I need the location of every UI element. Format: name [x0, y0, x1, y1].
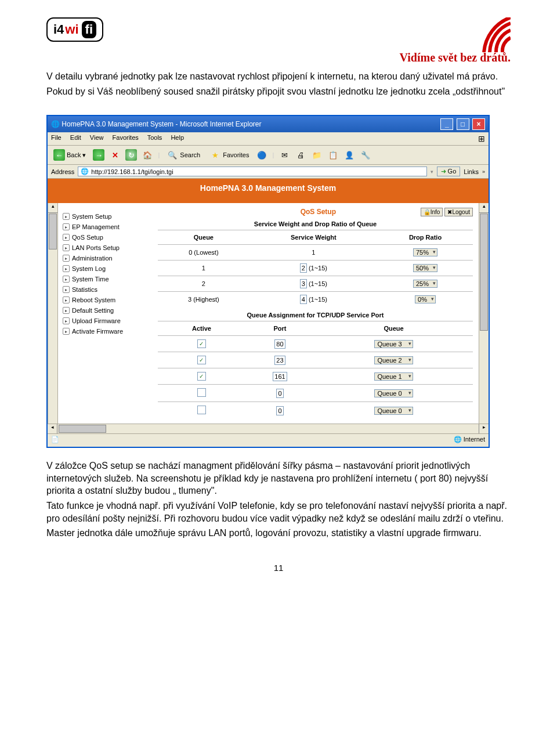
logout-button[interactable]: ✖Logout [444, 208, 473, 216]
sidebar-item-reboot[interactable]: ▸Reboot System [62, 295, 149, 305]
sidebar-item-system-time[interactable]: ▸System Time [62, 274, 149, 284]
menu-tools[interactable]: Tools [147, 134, 162, 141]
maximize-button[interactable]: □ [457, 118, 469, 130]
port-input[interactable]: 0 [276, 389, 283, 398]
favorites-button[interactable]: ★ Favorites [207, 148, 251, 162]
queue-weight-table: Queue Service Weight Drop Ratio 0 (Lowes… [158, 230, 473, 307]
drop-select[interactable]: 0% [415, 295, 436, 303]
active-checkbox[interactable] [197, 388, 206, 397]
col-drop: Drop Ratio [378, 230, 473, 245]
search-icon: 🔍 [167, 149, 178, 161]
qos-setup-title: QoS Setup [243, 208, 336, 216]
queue-assign-table: Active Port Queue ✓ 80 Queue 3 ✓ 23 Queu… [158, 321, 473, 419]
port-input[interactable]: 23 [274, 356, 285, 365]
logo-fi: fi [82, 21, 96, 38]
tools-icon[interactable]: 🔧 [360, 149, 371, 161]
menubar: File Edit View Favorites Tools Help ⊞ [48, 132, 489, 146]
sidebar-item-qos-setup[interactable]: ▸QoS Setup [62, 232, 149, 243]
weight-input[interactable]: 2 [300, 263, 307, 273]
port-input[interactable]: 0 [276, 406, 283, 415]
weight-input[interactable]: 3 [300, 279, 307, 288]
notes-icon[interactable]: 📋 [327, 149, 339, 161]
back-button[interactable]: ← Back ▾ [51, 148, 88, 162]
sidebar-item-statistics[interactable]: ▸Statistics [62, 284, 149, 295]
queue-select[interactable]: Queue 0 [374, 389, 413, 397]
drop-select[interactable]: 25% [413, 280, 437, 288]
back-icon: ← [53, 149, 65, 161]
menu-view[interactable]: View [90, 134, 104, 141]
queue-select[interactable]: Queue 2 [374, 356, 413, 364]
address-label: Address [51, 168, 74, 175]
go-button[interactable]: ➜ Go [437, 167, 461, 176]
internet-zone-icon: 🌐 [454, 436, 462, 443]
close-button[interactable]: × [472, 118, 485, 130]
sidebar-item-lan-ports[interactable]: ▸LAN Ports Setup [62, 243, 149, 253]
intro-paragraph-1: V detailu vybrané jednotky pak lze nasta… [46, 70, 511, 83]
content-area: ▴ ▸System Setup ▸EP Management ▸QoS Setu… [48, 203, 489, 424]
sidebar-item-default[interactable]: ▸Default Setting [62, 305, 149, 316]
status-internet: Internet [464, 436, 485, 443]
url-input[interactable]: 🌐 http://192.168.1.1/tgi/login.tgi [78, 167, 426, 176]
active-checkbox[interactable]: ✓ [197, 356, 206, 364]
intro-paragraph-2: Pokud by si Váš neoblíbený soused snažil… [46, 85, 511, 98]
active-checkbox[interactable]: ✓ [197, 339, 206, 348]
home-button[interactable]: 🏠 [142, 149, 153, 161]
queue-select[interactable]: Queue 3 [374, 340, 413, 348]
queue-select[interactable]: Queue 0 [374, 407, 413, 415]
queue-select[interactable]: Queue 1 [374, 372, 413, 381]
toolbar: ← Back ▾ → ✕ ↻ 🏠 | 🔍 Search ★ Favorites … [48, 146, 489, 165]
mail-button[interactable]: ✉ [278, 149, 290, 161]
orange-divider [48, 197, 489, 203]
print-button[interactable]: 🖨 [295, 149, 306, 161]
info-button[interactable]: 🔒Info [421, 208, 443, 216]
menu-edit[interactable]: Edit [70, 134, 81, 141]
expand-icon: ▸ [63, 244, 70, 251]
expand-icon: ▸ [63, 286, 70, 293]
folder-icon[interactable]: 📁 [311, 149, 323, 161]
drop-select[interactable]: 50% [413, 264, 437, 272]
logo-wi: wi [65, 22, 78, 37]
expand-icon: ▸ [63, 234, 70, 241]
active-checkbox[interactable] [197, 406, 206, 414]
expand-icon: ▸ [63, 223, 70, 230]
media-button[interactable]: 🔵 [256, 149, 267, 161]
expand-icon: ▸ [63, 213, 70, 220]
sidebar-item-administration[interactable]: ▸Administration [62, 253, 149, 263]
weight-input[interactable]: 4 [300, 295, 307, 304]
port-input[interactable]: 161 [273, 372, 287, 381]
statusbar: 📄 🌐 Internet [48, 433, 489, 447]
active-checkbox[interactable]: ✓ [197, 372, 206, 381]
table-row: 3 (Highest) 4 (1~15) 0% [158, 292, 473, 308]
col-queue: Queue [314, 321, 473, 336]
stop-button[interactable]: ✕ [109, 149, 121, 161]
menu-favorites[interactable]: Favorites [113, 134, 139, 141]
search-button[interactable]: 🔍 Search [164, 148, 202, 162]
menu-file[interactable]: File [51, 134, 62, 141]
sidebar-scrollbar[interactable]: ▴ [48, 203, 58, 424]
expand-icon: ▸ [63, 255, 70, 262]
horizontal-scrollbar[interactable]: ◂ ▸ [48, 424, 489, 433]
forward-button[interactable]: → [93, 149, 104, 161]
links-label[interactable]: Links [464, 168, 479, 175]
menu-help[interactable]: Help [171, 134, 184, 141]
port-input[interactable]: 80 [274, 339, 285, 349]
expand-icon: ▸ [63, 317, 70, 324]
col-port: Port [245, 321, 314, 336]
refresh-button[interactable]: ↻ [125, 149, 137, 161]
main-scrollbar[interactable]: ▴ [479, 203, 489, 424]
ie-icon: 🌐 [51, 120, 60, 128]
messenger-icon[interactable]: 👤 [343, 149, 355, 161]
sidebar-item-system-setup[interactable]: ▸System Setup [62, 211, 149, 222]
expand-icon: ▸ [63, 307, 70, 314]
sidebar-item-ep-management[interactable]: ▸EP Management [62, 222, 149, 232]
dropdown-icon[interactable]: ▾ [431, 169, 433, 175]
sidebar-item-system-log[interactable]: ▸System Log [62, 263, 149, 274]
minimize-button[interactable]: _ [440, 118, 453, 130]
drop-select[interactable]: 75% [413, 248, 437, 256]
expand-icon: ▸ [63, 265, 70, 272]
status-page-icon: 📄 [51, 436, 60, 445]
page-icon: 🌐 [81, 168, 89, 175]
sidebar-item-activate-fw[interactable]: ▸Activate Firmware [62, 326, 149, 337]
table-row: 0 Queue 0 [158, 385, 473, 402]
sidebar-item-upload-fw[interactable]: ▸Upload Firmware [62, 316, 149, 326]
